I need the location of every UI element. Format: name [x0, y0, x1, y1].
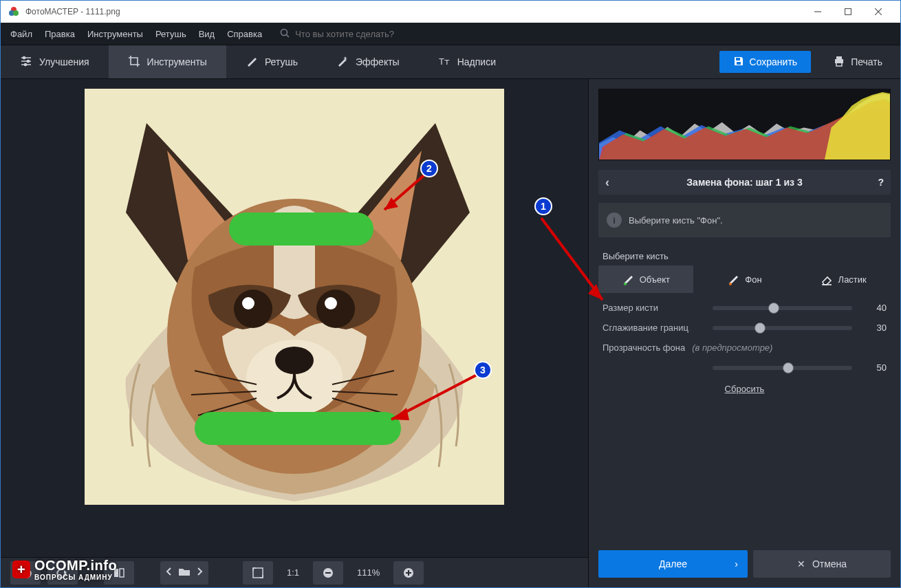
app-logo-icon — [8, 6, 20, 18]
close-icon: ✕ — [797, 558, 805, 569]
svg-rect-17 — [737, 62, 741, 65]
svg-marker-59 — [825, 92, 890, 160]
nav-group — [160, 561, 208, 585]
image-canvas[interactable] — [85, 89, 504, 505]
tab-tools-label: Инструменты — [147, 56, 207, 67]
annotation-arrow — [537, 214, 613, 310]
fit-actual-button[interactable]: 1:1 — [280, 567, 306, 578]
sliders-icon — [20, 55, 32, 69]
prev-image-button[interactable] — [164, 567, 174, 579]
brush-size-label: Размер кисти — [603, 303, 706, 313]
open-folder-button[interactable] — [178, 567, 191, 579]
window-minimize-button[interactable] — [803, 1, 833, 22]
tab-retouch-label: Ретушь — [265, 56, 298, 67]
object-brush-stroke — [195, 412, 401, 445]
cancel-button-label: Отмена — [812, 558, 847, 569]
hint-text: Выберите кисть "Фон". — [629, 215, 723, 226]
svg-text:Tᴛ: Tᴛ — [439, 56, 450, 67]
cancel-button[interactable]: ✕ Отмена — [753, 550, 891, 578]
titlebar: ФотоМАСТЕР - 1111.png — [1, 1, 900, 23]
annotation-marker-2: 2 — [420, 160, 438, 177]
svg-rect-16 — [736, 58, 740, 61]
svg-point-28 — [316, 290, 355, 328]
brush-background-button[interactable]: Фон — [697, 265, 792, 293]
zoom-in-button[interactable] — [393, 561, 424, 585]
svg-point-13 — [27, 60, 29, 62]
print-button[interactable]: Печать — [819, 51, 896, 73]
svg-rect-20 — [836, 63, 842, 66]
svg-point-27 — [234, 290, 272, 328]
bg-opacity-slider[interactable] — [713, 366, 852, 370]
menu-file[interactable]: Файл — [10, 29, 32, 39]
menu-help[interactable]: Справка — [227, 29, 262, 39]
svg-point-32 — [275, 347, 314, 374]
brush-background-label: Фон — [745, 274, 761, 285]
next-button[interactable]: Далее › — [598, 550, 748, 578]
menubar: Файл Правка Инструменты Ретушь Вид Справ… — [1, 23, 900, 45]
text-icon: Tᴛ — [438, 55, 450, 69]
brush-eraser-label: Ластик — [838, 274, 867, 285]
menu-tools[interactable]: Инструменты — [87, 29, 143, 39]
brush-object-label: Объект — [640, 274, 670, 285]
redo-button[interactable] — [47, 561, 78, 585]
save-button-label: Сохранить — [750, 56, 798, 67]
edge-smooth-slider[interactable] — [713, 326, 852, 330]
svg-point-7 — [281, 29, 287, 35]
annotation-marker-1: 1 — [534, 197, 552, 215]
window-maximize-button[interactable] — [833, 1, 863, 22]
save-icon — [733, 56, 744, 69]
svg-rect-4 — [845, 9, 851, 15]
wand-icon — [336, 55, 349, 69]
tab-retouch[interactable]: Ретушь — [226, 45, 317, 78]
svg-marker-44 — [391, 408, 409, 420]
annotation-marker-3: 3 — [474, 361, 492, 379]
undo-button[interactable] — [10, 561, 41, 585]
print-button-label: Печать — [851, 56, 882, 67]
zoom-out-button[interactable] — [313, 561, 343, 585]
bottom-toolbar: 1:1 111% — [1, 557, 588, 587]
compare-button[interactable] — [104, 561, 134, 585]
svg-rect-47 — [114, 569, 118, 577]
bg-opacity-label: Прозрачность фона — [603, 342, 685, 353]
tab-text-label: Надписи — [457, 56, 496, 67]
viewport[interactable]: 1 2 3 — [1, 79, 588, 557]
svg-point-29 — [242, 297, 254, 309]
print-icon — [833, 55, 845, 69]
menu-edit[interactable]: Правка — [45, 29, 75, 39]
svg-point-61 — [729, 283, 732, 285]
brush-size-value: 40 — [859, 303, 887, 313]
edge-smooth-label: Сглаживание границ — [603, 323, 706, 333]
canvas-area: 1 2 3 — [1, 79, 588, 587]
next-button-label: Далее — [659, 558, 687, 569]
help-button[interactable]: ? — [869, 177, 884, 188]
window-close-button[interactable] — [863, 1, 893, 22]
svg-point-60 — [624, 283, 627, 285]
step-back-button[interactable]: ‹ — [605, 175, 620, 190]
next-image-button[interactable] — [195, 567, 204, 579]
svg-rect-49 — [253, 568, 263, 578]
object-brush-stroke — [229, 213, 373, 246]
annotation-arrow — [379, 368, 489, 430]
tab-effects[interactable]: Эффекты — [317, 45, 419, 78]
tab-text[interactable]: Tᴛ Надписи — [419, 45, 515, 78]
save-button[interactable]: Сохранить — [719, 51, 812, 73]
bg-opacity-hint: (в предпросмотре) — [692, 342, 772, 353]
search-input[interactable] — [295, 29, 446, 39]
svg-point-2 — [13, 10, 19, 16]
reset-link[interactable]: Сбросить — [603, 384, 887, 394]
brush-icon — [246, 55, 258, 69]
brush-eraser-button[interactable]: Ластик — [796, 265, 891, 293]
tab-tools[interactable]: Инструменты — [109, 45, 226, 78]
svg-rect-19 — [836, 56, 842, 59]
zoom-value: 111% — [350, 567, 387, 578]
menu-view[interactable]: Вид — [199, 29, 215, 39]
tab-enhance-label: Улучшения — [39, 56, 89, 67]
tab-enhance[interactable]: Улучшения — [1, 45, 109, 78]
menu-retouch[interactable]: Ретушь — [155, 29, 186, 39]
fit-screen-button[interactable] — [243, 561, 273, 585]
chevron-right-icon: › — [735, 558, 738, 569]
brush-size-slider[interactable] — [713, 306, 852, 310]
edge-smooth-value: 30 — [859, 323, 887, 333]
histogram — [598, 89, 891, 160]
bg-opacity-value: 50 — [859, 362, 887, 373]
